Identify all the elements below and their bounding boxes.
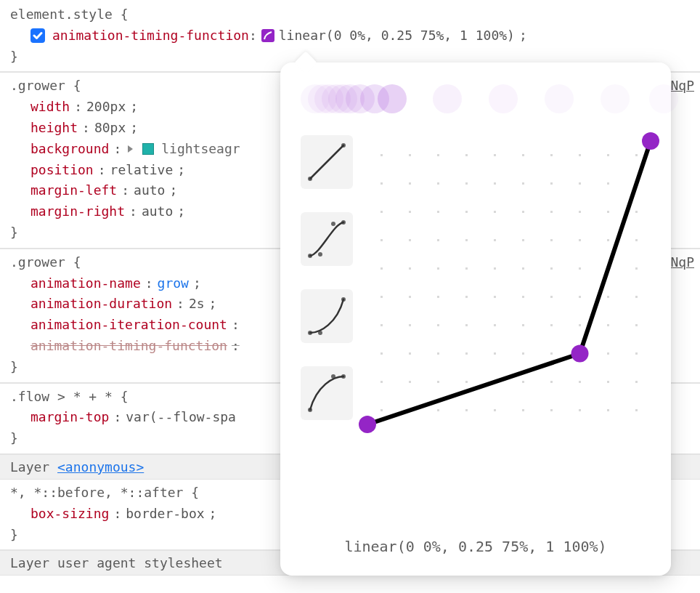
preset-ease-in-out[interactable] [301,212,353,266]
control-point[interactable] [359,416,376,433]
easing-readout: linear(0 0%, 0.25 75%, 1 100%) [344,538,606,555]
svg-line-12 [367,354,580,425]
svg-point-4 [318,252,322,257]
control-point[interactable] [642,132,659,150]
easing-presets-list [301,135,353,420]
easing-swatch-icon[interactable] [261,29,274,42]
svg-point-5 [331,222,335,226]
animation-preview-strip [301,83,651,115]
selector: element.style [10,7,113,22]
easing-editor-popover: linear(0 0%, 0.25 75%, 1 100%) [280,62,671,576]
easing-curve[interactable] [367,141,651,424]
easing-curve-editor[interactable] [367,141,651,424]
rule-block-element-style: element.style { animation-timing-functio… [0,0,700,72]
preset-linear[interactable] [301,135,353,189]
expand-shorthand-icon[interactable] [128,145,133,153]
preset-ease-in[interactable] [301,289,353,343]
layer-link[interactable]: <anonymous> [57,459,144,475]
property-toggle-checkbox[interactable] [30,28,45,43]
source-link[interactable]: NqP [670,252,694,273]
control-point[interactable] [571,345,589,363]
declaration[interactable]: animation-timing-function: linear(0 0%, … [10,25,690,47]
svg-line-13 [580,141,651,354]
preset-ease-out[interactable] [301,366,353,420]
color-swatch[interactable] [142,143,154,155]
